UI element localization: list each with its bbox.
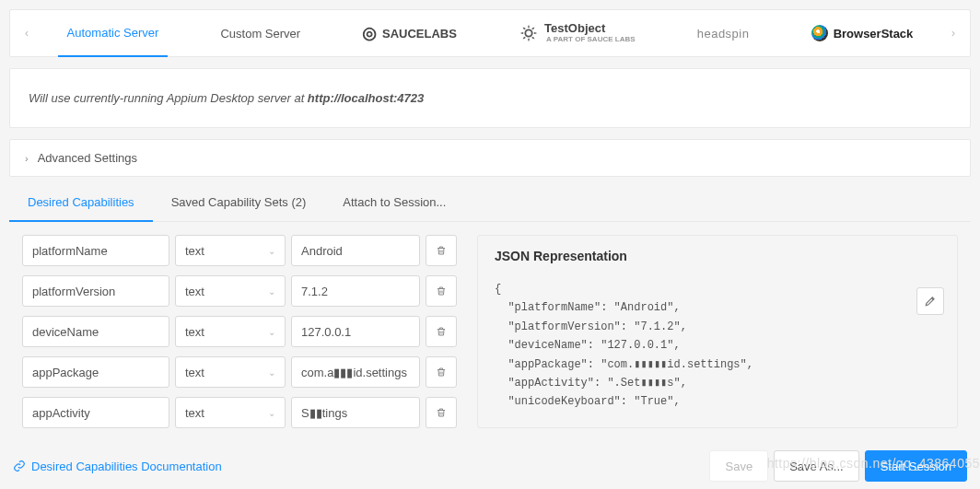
cap-delete-button[interactable] [426, 356, 457, 388]
chevron-down-icon: ⌄ [268, 327, 275, 337]
capabilities-list: platformNametext⌄AndroidplatformVersiont… [22, 235, 464, 428]
cap-name-input[interactable]: appActivity [22, 397, 169, 428]
cap-name-input[interactable]: deviceName [22, 316, 169, 347]
tab-automatic-server[interactable]: Automatic Server [58, 9, 169, 57]
testobject-label: TestObject [544, 22, 635, 35]
capability-row: platformVersiontext⌄7.1.2 [22, 275, 464, 307]
tab-testobject[interactable]: TestObject A PART OF SAUCE LABS [509, 9, 644, 57]
cap-name-input[interactable]: platformVersion [22, 275, 169, 307]
browserstack-icon [811, 25, 828, 41]
json-representation-panel: JSON Representation { "platformName": "A… [477, 235, 958, 428]
cap-delete-button[interactable] [426, 275, 457, 307]
cap-type-select[interactable]: text⌄ [175, 275, 286, 307]
browserstack-label: BrowserStack [834, 27, 914, 41]
tab-saucelabs[interactable]: ◎ SAUCELABS [353, 9, 466, 57]
cap-delete-button[interactable] [426, 397, 457, 428]
server-tabs-bar: ‹ Automatic Server Custom Server ◎ SAUCE… [9, 9, 971, 57]
tab-desired-capabilities[interactable]: Desired Capabilities [9, 184, 153, 222]
server-info-text: Will use currently-running Appium Deskto… [29, 91, 308, 105]
trash-icon [436, 325, 447, 338]
chevron-down-icon: ⌄ [268, 246, 275, 256]
tabs-scroll-right[interactable]: › [944, 27, 962, 40]
cap-value-input[interactable]: com.a▮▮▮id.settings [291, 356, 420, 388]
capability-row: appPackagetext⌄com.a▮▮▮id.settings [22, 356, 464, 388]
chevron-down-icon: ⌄ [268, 286, 275, 297]
cap-type-select[interactable]: text⌄ [175, 356, 286, 388]
doc-link-label: Desired Capabilities Documentation [31, 460, 222, 473]
advanced-settings-label: Advanced Settings [38, 151, 137, 165]
advanced-settings-toggle[interactable]: › Advanced Settings [10, 140, 970, 176]
chevron-right-icon: › [25, 153, 29, 164]
tab-custom-server[interactable]: Custom Server [211, 9, 309, 57]
cap-name-input[interactable]: appPackage [22, 356, 169, 388]
tabs-scroll-left[interactable]: ‹ [18, 27, 36, 40]
json-body: { "platformName": "Android", "platformVe… [495, 280, 940, 412]
chevron-down-icon: ⌄ [268, 367, 275, 378]
save-as-button[interactable]: Save As... [774, 450, 859, 482]
saucelabs-icon: ◎ [362, 23, 377, 43]
cap-value-input[interactable]: S▮▮tings [291, 397, 420, 428]
tab-saved-capability-sets[interactable]: Saved Capability Sets (2) [153, 184, 325, 221]
saucelabs-label: SAUCELABS [382, 27, 457, 41]
cap-delete-button[interactable] [426, 235, 457, 266]
server-info-panel: Will use currently-running Appium Deskto… [9, 68, 971, 128]
testobject-icon [519, 23, 539, 43]
cap-value-input[interactable]: Android [291, 235, 420, 266]
cap-value-input[interactable]: 127.0.0.1 [291, 316, 420, 347]
trash-icon [436, 244, 447, 257]
save-button[interactable]: Save [709, 450, 768, 482]
trash-icon [436, 406, 447, 419]
link-icon [13, 460, 26, 472]
trash-icon [436, 285, 447, 297]
desired-capabilities-doc-link[interactable]: Desired Capabilities Documentation [13, 460, 222, 473]
tab-headspin[interactable]: headspin [688, 9, 759, 57]
start-session-button[interactable]: Start Session [865, 450, 967, 482]
tab-attach-to-session[interactable]: Attach to Session... [324, 184, 464, 221]
server-info-url: http://localhost:4723 [308, 91, 424, 105]
json-title: JSON Representation [495, 249, 940, 263]
cap-type-select[interactable]: text⌄ [175, 397, 286, 428]
cap-name-input[interactable]: platformName [22, 235, 169, 266]
cap-type-select[interactable]: text⌄ [175, 316, 286, 347]
advanced-settings-panel: › Advanced Settings [9, 139, 971, 177]
cap-value-input[interactable]: 7.1.2 [291, 275, 420, 307]
edit-json-button[interactable] [916, 287, 944, 315]
chevron-down-icon: ⌄ [268, 408, 275, 418]
capability-row: platformNametext⌄Android [22, 235, 464, 266]
cap-type-select[interactable]: text⌄ [175, 235, 286, 266]
capability-row: appActivitytext⌄S▮▮tings [22, 397, 464, 428]
cap-delete-button[interactable] [426, 316, 457, 347]
tab-browserstack[interactable]: BrowserStack [802, 9, 923, 57]
pencil-icon [924, 295, 937, 308]
trash-icon [436, 366, 447, 378]
testobject-sublabel: A PART OF SAUCE LABS [546, 36, 635, 44]
capability-row: deviceNametext⌄127.0.0.1 [22, 316, 464, 347]
capability-sub-tabs: Desired Capabilities Saved Capability Se… [9, 184, 971, 222]
